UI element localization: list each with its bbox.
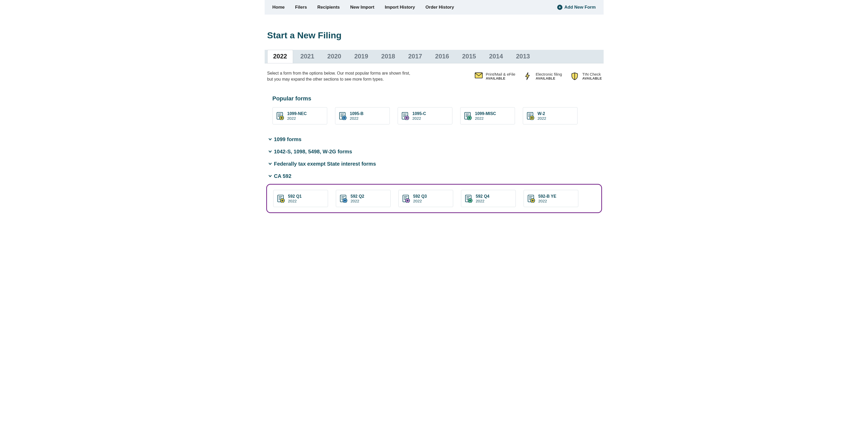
envelope-icon [475, 72, 483, 80]
plus-icon: + [557, 5, 562, 10]
form-add-icon [338, 112, 347, 120]
legend-shield: TIN CheckAVAILABLE [571, 72, 602, 80]
year-tab-2016[interactable]: 2016 [429, 50, 455, 63]
ca592-highlight-box: 592 Q12022592 Q22022592 Q32022592 Q42022… [266, 184, 602, 213]
form-select-instructions: Select a form from the options below. Ou… [267, 70, 410, 82]
year-tabs: 2022202120202019201820172016201520142013 [265, 50, 603, 63]
year-tab-2015[interactable]: 2015 [456, 50, 482, 63]
nav-order-history[interactable]: Order History [426, 5, 454, 10]
nav-filers[interactable]: Filers [295, 5, 307, 10]
add-new-form-label: Add New Form [564, 5, 596, 10]
nav-items: Home Filers Recipients New Import Import… [273, 5, 454, 10]
form-add-icon [526, 112, 534, 120]
legend-lightning: Electronic filingAVAILABLE [525, 72, 562, 80]
form-add-icon [527, 194, 535, 203]
form-add-icon [402, 194, 410, 203]
category-ca-592[interactable]: CA 592 [268, 173, 603, 179]
form-card-592-b-ye[interactable]: 592-B YE2022 [524, 190, 578, 207]
legend: Print/Mail & eFileAVAILABLEElectronic fi… [475, 72, 603, 80]
form-card-1099-misc[interactable]: 1099-MISC2022 [460, 107, 515, 124]
form-card-w-2[interactable]: W-22022 [523, 107, 578, 124]
popular-forms-list: 1099-NEC20221095-B20221095-C20221099-MIS… [265, 107, 603, 124]
year-tab-2018[interactable]: 2018 [375, 50, 401, 63]
form-card-592-q4[interactable]: 592 Q42022 [461, 190, 516, 207]
form-card-592-q3[interactable]: 592 Q32022 [398, 190, 453, 207]
form-card-1099-nec[interactable]: 1099-NEC2022 [273, 107, 327, 124]
nav-import-history[interactable]: Import History [385, 5, 415, 10]
form-add-icon [277, 194, 285, 203]
year-tab-2020[interactable]: 2020 [321, 50, 347, 63]
form-card-592-q1[interactable]: 592 Q12022 [273, 190, 328, 207]
year-tab-2019[interactable]: 2019 [349, 50, 374, 63]
popular-forms-heading: Popular forms [273, 95, 603, 102]
form-add-icon [276, 112, 284, 120]
chevron-down-icon [268, 136, 272, 143]
category-1099-forms[interactable]: 1099 forms [268, 136, 603, 143]
form-card-1095-b[interactable]: 1095-B2022 [335, 107, 390, 124]
nav-bar: Home Filers Recipients New Import Import… [265, 0, 603, 14]
year-tab-2021[interactable]: 2021 [294, 50, 320, 63]
year-tab-2022[interactable]: 2022 [267, 50, 293, 63]
category-1042-s-1098-5498-w-2g-forms[interactable]: 1042-S, 1098, 5498, W-2G forms [268, 149, 603, 155]
add-new-form-button[interactable]: + Add New Form [557, 5, 596, 10]
legend-envelope: Print/Mail & eFileAVAILABLE [475, 72, 515, 80]
form-add-icon [339, 194, 347, 203]
page-title: Start a New Filing [267, 30, 603, 40]
year-tab-2017[interactable]: 2017 [402, 50, 428, 63]
form-add-icon [464, 112, 472, 120]
chevron-down-icon [268, 149, 272, 155]
year-tab-2014[interactable]: 2014 [484, 50, 509, 63]
lightning-icon [525, 72, 532, 80]
nav-recipients[interactable]: Recipients [317, 5, 340, 10]
year-tab-2013[interactable]: 2013 [510, 50, 535, 63]
chevron-down-icon [268, 161, 272, 167]
svg-rect-0 [475, 73, 483, 78]
shield-icon [571, 72, 579, 80]
nav-new-import[interactable]: New Import [350, 5, 374, 10]
form-card-592-q2[interactable]: 592 Q22022 [336, 190, 391, 207]
form-card-1095-c[interactable]: 1095-C2022 [398, 107, 453, 124]
form-add-icon [464, 194, 473, 203]
form-add-icon [401, 112, 409, 120]
category-federally-tax-exempt-state-interest-forms[interactable]: Federally tax exempt State interest form… [268, 161, 603, 167]
ca592-forms-list: 592 Q12022592 Q22022592 Q32022592 Q42022… [273, 190, 595, 207]
chevron-down-icon [268, 173, 272, 179]
nav-home[interactable]: Home [273, 5, 285, 10]
